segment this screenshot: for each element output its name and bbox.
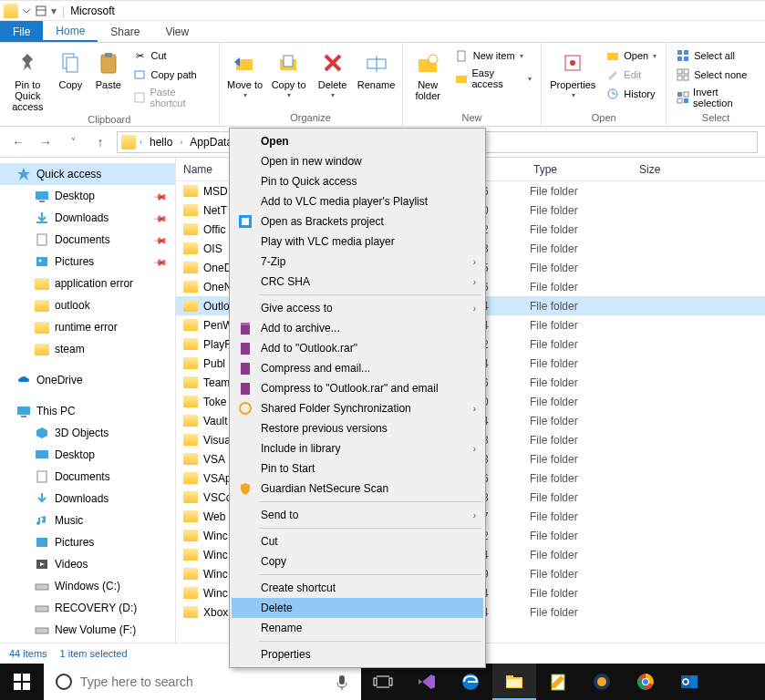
newfolder-button[interactable]: New folder: [408, 46, 448, 101]
selectall-button[interactable]: Select all: [672, 46, 760, 65]
ctx-compressemail[interactable]: Compress and email...: [232, 358, 483, 378]
tab-file[interactable]: File: [0, 21, 43, 42]
ctx-restore[interactable]: Restore previous versions: [232, 418, 483, 438]
ctx-properties[interactable]: Properties: [232, 644, 483, 664]
ctx-open[interactable]: Open: [232, 131, 483, 151]
ctx-rename[interactable]: Rename: [232, 618, 483, 638]
svg-rect-44: [36, 606, 48, 612]
taskbar-outlook[interactable]: [667, 664, 711, 700]
paste-button[interactable]: Paste: [91, 46, 125, 90]
copypath-button[interactable]: Copy path: [129, 66, 213, 84]
nav-desktop[interactable]: Desktop📌: [0, 185, 175, 207]
taskbar-edge[interactable]: [449, 664, 492, 700]
breadcrumb-item[interactable]: hello: [146, 136, 176, 149]
nav-3dobjects[interactable]: 3D Objects: [0, 422, 175, 444]
taskbar-vs[interactable]: [405, 664, 449, 700]
nav-apperr[interactable]: application error: [0, 273, 175, 294]
taskbar-app1[interactable]: [580, 664, 624, 700]
nav-documents[interactable]: Documents📌: [0, 229, 175, 251]
svg-rect-68: [507, 679, 522, 687]
moveto-button[interactable]: Move to▾: [225, 46, 265, 101]
nav-pictures[interactable]: Pictures📌: [0, 251, 175, 273]
nav-music[interactable]: Music: [0, 510, 175, 531]
nav-fdrive[interactable]: New Volume (F:): [0, 619, 175, 641]
search-input[interactable]: [80, 674, 326, 689]
taskbar-taskview[interactable]: [361, 664, 405, 700]
ctx-sendto[interactable]: Send to›: [232, 505, 483, 525]
ctx-pinstart[interactable]: Pin to Start: [232, 458, 483, 479]
recent-button[interactable]: ˅: [62, 131, 84, 153]
file-type: File folder: [526, 319, 632, 332]
tab-view[interactable]: View: [152, 21, 202, 42]
qat-down-icon[interactable]: [22, 6, 31, 15]
nav-documents2[interactable]: Documents: [0, 466, 175, 488]
svg-rect-57: [23, 683, 30, 690]
ctx-giveaccess[interactable]: Give access to›: [232, 298, 483, 318]
taskbar-search[interactable]: [44, 664, 361, 700]
ctx-7zip[interactable]: 7-Zip›: [232, 252, 483, 272]
ctx-pinquick[interactable]: Pin to Quick access: [232, 171, 483, 191]
nav-runtime[interactable]: runtime error: [0, 316, 175, 338]
svg-rect-40: [37, 471, 47, 482]
col-type[interactable]: Type: [526, 163, 632, 176]
ctx-addrar[interactable]: Add to "Outlook.rar": [232, 338, 483, 358]
tab-home[interactable]: Home: [43, 21, 98, 42]
start-button[interactable]: [0, 664, 44, 700]
forward-button[interactable]: →: [35, 131, 57, 153]
properties-button[interactable]: Properties▾: [547, 46, 598, 101]
history-button[interactable]: History: [602, 85, 660, 103]
taskbar-chrome[interactable]: [624, 664, 667, 700]
copy-button[interactable]: Copy: [54, 46, 88, 90]
col-size[interactable]: Size: [632, 163, 765, 176]
ctx-cut[interactable]: Cut: [232, 531, 483, 551]
nav-pictures2[interactable]: Pictures: [0, 531, 175, 553]
ctx-delete[interactable]: Delete: [232, 598, 483, 618]
rename-button[interactable]: Rename: [357, 46, 397, 90]
taskbar-notepad[interactable]: [536, 664, 580, 700]
nav-desktop2[interactable]: Desktop: [0, 444, 175, 466]
nav-onedrive[interactable]: OneDrive: [0, 369, 175, 391]
up-button[interactable]: ↑: [89, 131, 111, 153]
ctx-copy[interactable]: Copy: [232, 551, 483, 571]
ctx-library[interactable]: Include in library›: [232, 438, 483, 458]
newitem-button[interactable]: New item▾: [451, 46, 536, 65]
folder-icon: [183, 223, 198, 235]
open-button[interactable]: Open▾: [602, 46, 660, 65]
nav-outlook[interactable]: outlook: [0, 294, 175, 316]
file-name: Toke: [203, 396, 226, 408]
ctx-shortcut[interactable]: Create shortcut: [232, 578, 483, 598]
nav-cdrive[interactable]: Windows (C:): [0, 575, 175, 597]
copyto-button[interactable]: Copy to▾: [269, 46, 309, 101]
pasteshortcut-button[interactable]: Paste shortcut: [129, 85, 213, 110]
delete-button[interactable]: Delete▾: [313, 46, 353, 101]
ctx-vlcplay[interactable]: Play with VLC media player: [232, 232, 483, 252]
videos-icon: [35, 557, 49, 571]
ctx-addarchive[interactable]: Add to archive...: [232, 318, 483, 338]
ctx-brackets[interactable]: Open as Brackets project: [232, 211, 483, 232]
nav-thispc[interactable]: This PC: [0, 400, 175, 422]
nav-downloads2[interactable]: Downloads: [0, 488, 175, 510]
ctx-compressrar[interactable]: Compress to "Outlook.rar" and email: [232, 378, 483, 398]
ctx-netsecure[interactable]: Guardian NetSecure Scan: [232, 479, 483, 499]
qat-props-icon[interactable]: [35, 5, 47, 17]
pin-button[interactable]: Pin to Quick access: [5, 46, 50, 112]
ctx-opennew[interactable]: Open in new window: [232, 151, 483, 171]
nav-steam[interactable]: steam: [0, 338, 175, 360]
tab-share[interactable]: Share: [98, 21, 152, 42]
folder-icon: [183, 376, 198, 388]
ctx-sharedfolder[interactable]: Shared Folder Synchronization›: [232, 398, 483, 418]
taskbar-explorer[interactable]: [492, 664, 536, 700]
nav-ddrive[interactable]: RECOVERY (D:): [0, 597, 175, 619]
ctx-vlcplaylist[interactable]: Add to VLC media player's Playlist: [232, 191, 483, 211]
back-button[interactable]: ←: [7, 131, 29, 153]
nav-quick-access[interactable]: Quick access: [0, 163, 175, 185]
cut-button[interactable]: ✂Cut: [129, 46, 213, 65]
edit-button[interactable]: Edit: [602, 66, 660, 84]
ctx-crc[interactable]: CRC SHA›: [232, 272, 483, 292]
nav-videos[interactable]: Videos: [0, 553, 175, 575]
easyaccess-button[interactable]: Easy access▾: [451, 66, 536, 91]
mic-icon[interactable]: [334, 674, 350, 690]
selectnone-button[interactable]: Select none: [672, 66, 760, 84]
nav-downloads[interactable]: Downloads📌: [0, 207, 175, 229]
invertsel-button[interactable]: Invert selection: [672, 85, 760, 110]
